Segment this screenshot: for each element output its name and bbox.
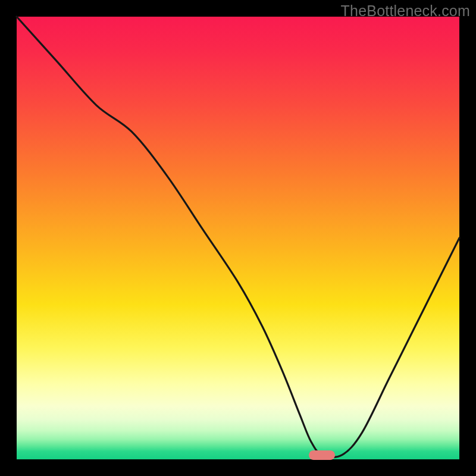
optimal-marker xyxy=(309,450,335,460)
bottleneck-curve xyxy=(17,17,459,459)
chart-frame: TheBottleneck.com xyxy=(0,0,476,476)
plot-area xyxy=(17,17,459,459)
